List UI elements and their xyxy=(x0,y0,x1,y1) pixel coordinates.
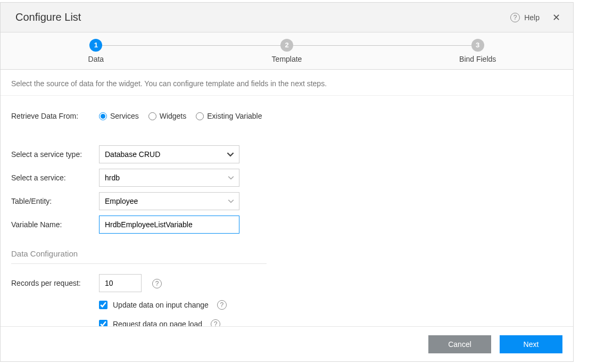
update-on-input-change-label: Update data on input change xyxy=(113,301,209,309)
step-number: 3 xyxy=(471,39,484,52)
label-service-type: Select a service type: xyxy=(11,150,99,159)
row-service: Select a service: xyxy=(11,166,562,189)
row-request-on-page-load: Request data on page load ? xyxy=(99,314,562,326)
request-on-page-load-label: Request data on page load xyxy=(113,320,202,326)
label-variable-name: Variable Name: xyxy=(11,220,99,229)
radio-widgets-label: Widgets xyxy=(160,112,187,120)
info-icon: ? xyxy=(211,319,220,326)
variable-name-input[interactable] xyxy=(99,216,239,234)
help-button[interactable]: ? Help xyxy=(510,13,540,22)
close-icon: ✕ xyxy=(552,12,560,23)
step-number: 2 xyxy=(280,39,293,52)
label-table-entity: Table/Entity: xyxy=(11,197,99,205)
table-select-wrap xyxy=(99,192,239,210)
step-number: 1 xyxy=(89,39,102,52)
update-on-input-change-checkbox[interactable] xyxy=(99,301,107,309)
row-retrieve-from: Retrieve Data From: Services Widgets Exi… xyxy=(11,104,562,128)
step-label: Bind Fields xyxy=(459,55,496,63)
row-update-on-input-change: Update data on input change ? xyxy=(99,295,562,314)
request-info-button[interactable]: ? xyxy=(211,319,220,326)
dialog-footer: Cancel Next xyxy=(1,326,573,361)
radio-services-input[interactable] xyxy=(99,112,107,120)
table-entity-select[interactable] xyxy=(99,192,239,210)
next-button[interactable]: Next xyxy=(500,335,562,353)
radio-services[interactable]: Services xyxy=(99,112,139,120)
help-label: Help xyxy=(524,13,540,22)
section-data-configuration: Data Configuration xyxy=(11,249,267,264)
help-icon: ? xyxy=(510,13,520,22)
records-per-request-input[interactable] xyxy=(99,274,142,292)
form-area: Retrieve Data From: Services Widgets Exi… xyxy=(1,96,573,326)
radio-widgets[interactable]: Widgets xyxy=(148,112,187,120)
radio-existing-variable[interactable]: Existing Variable xyxy=(196,112,262,120)
retrieve-radio-group: Services Widgets Existing Variable xyxy=(99,112,262,120)
info-icon: ? xyxy=(217,300,227,310)
label-retrieve-from: Retrieve Data From: xyxy=(11,112,99,120)
label-records-per-request: Records per request: xyxy=(11,279,99,287)
step-label: Data xyxy=(88,55,104,63)
service-type-select[interactable] xyxy=(99,145,239,163)
step-data[interactable]: 1 Data xyxy=(1,32,192,69)
radio-widgets-input[interactable] xyxy=(148,112,156,120)
radio-services-label: Services xyxy=(110,112,139,120)
label-service: Select a service: xyxy=(11,173,99,182)
dialog-title: Configure List xyxy=(15,11,510,23)
close-button[interactable]: ✕ xyxy=(552,12,560,23)
stepper: 1 Data 2 Template 3 Bind Fields xyxy=(1,32,573,70)
step-bind-fields[interactable]: 3 Bind Fields xyxy=(382,32,573,69)
info-icon: ? xyxy=(152,279,162,288)
hint-text: Select the source of data for the widget… xyxy=(1,70,573,96)
service-select[interactable] xyxy=(99,169,239,187)
request-on-page-load-checkbox[interactable] xyxy=(99,320,107,326)
row-variable-name: Variable Name: xyxy=(11,213,562,236)
row-service-type: Select a service type: xyxy=(11,143,562,166)
radio-existing-label: Existing Variable xyxy=(207,112,262,120)
service-select-wrap xyxy=(99,169,239,187)
dialog-body[interactable]: Select the source of data for the widget… xyxy=(1,70,573,326)
cancel-button[interactable]: Cancel xyxy=(428,335,491,353)
radio-existing-input[interactable] xyxy=(196,112,204,120)
step-label: Template xyxy=(272,55,302,63)
dialog-header: Configure List ? Help ✕ xyxy=(1,3,573,32)
update-info-button[interactable]: ? xyxy=(217,300,227,310)
configure-list-dialog: Configure List ? Help ✕ 1 Data 2 Templat… xyxy=(0,2,574,362)
records-info-button[interactable]: ? xyxy=(152,278,162,288)
service-type-select-wrap xyxy=(99,145,239,163)
step-template[interactable]: 2 Template xyxy=(192,32,383,69)
row-table-entity: Table/Entity: xyxy=(11,189,562,213)
row-records-per-request: Records per request: ? xyxy=(11,271,562,295)
